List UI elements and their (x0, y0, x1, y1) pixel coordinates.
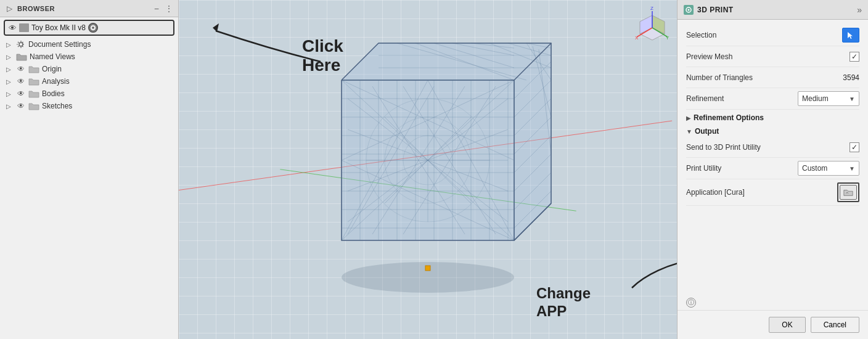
cancel-button[interactable]: Cancel (811, 317, 859, 333)
refinement-options-label: Refinement Options (694, 113, 764, 122)
document-name: Toy Box Mk II v8 (31, 23, 86, 32)
browser-drag-icon[interactable]: ⋮ (165, 4, 173, 13)
send-utility-checkbox[interactable] (850, 142, 859, 152)
sketches-eye-icon[interactable]: 👁 (16, 102, 26, 110)
bodies-eye-icon[interactable]: 👁 (16, 89, 26, 98)
browser-minus-icon[interactable]: – (152, 4, 161, 13)
refinement-dropdown-value: Medium (802, 94, 846, 103)
svg-point-79 (688, 9, 690, 10)
origin-eye-icon[interactable]: 👁 (16, 65, 26, 73)
arrow-icon-4: ▷ (6, 78, 14, 85)
browser-panel: ▷ BROWSER – ⋮ 👁 Toy Box Mk II v8 ▷ Docum… (0, 0, 179, 339)
document-row[interactable]: 👁 Toy Box Mk II v8 (5, 21, 173, 35)
svg-text:Z: Z (650, 6, 653, 11)
send-to-utility-row: Send to 3D Print Utility (686, 137, 859, 158)
application-label: Application [Cura] (686, 188, 837, 197)
3d-viewport[interactable]: .mesh-line { stroke: #6080a0; stroke-wid… (179, 0, 677, 339)
preview-mesh-row: Preview Mesh (686, 46, 859, 67)
refinement-dropdown-arrow: ▼ (849, 96, 855, 102)
print-utility-dropdown[interactable]: Custom ▼ (798, 161, 859, 176)
named-views-folder-icon (16, 52, 27, 61)
print-utility-label: Print Utility (686, 164, 798, 173)
named-views-label: Named Views (30, 52, 75, 61)
bodies-folder-icon (28, 89, 39, 98)
arrow-icon: ▷ (6, 41, 14, 48)
sketches-folder-icon (28, 102, 39, 110)
sidebar-item-document-settings[interactable]: ▷ Document Settings (0, 38, 178, 51)
analysis-eye-icon[interactable]: 👁 (16, 77, 26, 86)
arrow-icon-6: ▷ (6, 103, 14, 110)
sidebar-item-named-views[interactable]: ▷ Named Views (0, 51, 178, 63)
panel-footer: OK Cancel (678, 310, 868, 339)
print-utility-value: Custom (802, 164, 846, 173)
origin-label: Origin (42, 65, 62, 73)
arrow-icon-3: ▷ (6, 66, 14, 73)
sketches-label: Sketches (42, 102, 72, 110)
triangles-label: Number of Triangles (686, 73, 843, 82)
sidebar-item-origin[interactable]: ▷ 👁 Origin (0, 63, 178, 75)
print-panel-header: 3D PRINT » (678, 0, 868, 20)
output-triangle: ▼ (686, 128, 692, 135)
triangles-value: 3594 (843, 73, 859, 82)
selection-button[interactable] (842, 28, 859, 43)
send-to-utility-label: Send to 3D Print Utility (686, 143, 850, 152)
browser-collapse-icon[interactable]: ▷ (5, 4, 14, 13)
doc-folder-icon (19, 23, 29, 32)
origin-folder-icon (28, 65, 39, 73)
arrow-icon-2: ▷ (6, 54, 14, 60)
print-panel-icon (684, 5, 694, 15)
svg-text:Y: Y (666, 35, 669, 41)
svg-text:X: X (635, 35, 639, 41)
doc-settings-label: Document Settings (28, 40, 91, 49)
refinement-dropdown[interactable]: Medium ▼ (798, 91, 859, 106)
analysis-folder-icon (28, 77, 39, 86)
arrow-icon-5: ▷ (6, 91, 14, 97)
bodies-label: Bodies (42, 89, 65, 98)
print-utility-row: Print Utility Custom ▼ (686, 158, 859, 179)
info-icon[interactable]: ⓘ (686, 298, 696, 308)
refinement-options-header[interactable]: ▶ Refinement Options (686, 110, 859, 123)
target-icon[interactable] (88, 23, 98, 33)
application-folder-button[interactable] (840, 185, 857, 200)
analysis-label: Analysis (42, 77, 70, 86)
svg-point-1 (92, 27, 94, 28)
ok-button[interactable]: OK (769, 317, 805, 333)
preview-mesh-checkbox[interactable] (850, 52, 859, 62)
selection-label: Selection (686, 31, 842, 39)
sidebar-item-bodies[interactable]: ▷ 👁 Bodies (0, 88, 178, 100)
preview-mesh-label: Preview Mesh (686, 52, 850, 61)
application-folder-wrapper (837, 182, 859, 202)
sidebar-item-sketches[interactable]: ▷ 👁 Sketches (0, 100, 178, 112)
info-row: ⓘ (678, 298, 868, 310)
refinement-options-triangle: ▶ (686, 115, 691, 121)
refinement-label: Refinement (686, 94, 798, 103)
axis-orientation-cube[interactable]: X Y Z (634, 6, 671, 43)
svg-point-2 (19, 43, 23, 46)
sidebar-item-analysis[interactable]: ▷ 👁 Analysis (0, 75, 178, 88)
gear-icon (16, 40, 26, 49)
print-panel-title: 3D PRINT (697, 6, 853, 14)
triangles-row: Number of Triangles 3594 (686, 67, 859, 88)
print-panel-body: Selection Preview Mesh Number of Triangl… (678, 20, 868, 298)
3d-mesh-container: .mesh-line { stroke: #6080a0; stroke-wid… (249, 6, 607, 314)
3d-print-panel: 3D PRINT » Selection Preview Mesh Number… (677, 0, 868, 339)
print-utility-dropdown-arrow: ▼ (849, 165, 855, 172)
browser-title: BROWSER (17, 5, 149, 12)
browser-header: ▷ BROWSER – ⋮ (0, 0, 178, 17)
output-label: Output (695, 127, 719, 136)
application-row: Application [Cura] (686, 179, 859, 206)
origin-marker (425, 266, 430, 271)
selection-row: Selection (686, 25, 859, 46)
refinement-row: Refinement Medium ▼ (686, 88, 859, 110)
output-section-header[interactable]: ▼ Output (686, 123, 859, 137)
doc-eye-icon[interactable]: 👁 (9, 23, 17, 33)
panel-expand-icon[interactable]: » (857, 5, 862, 15)
